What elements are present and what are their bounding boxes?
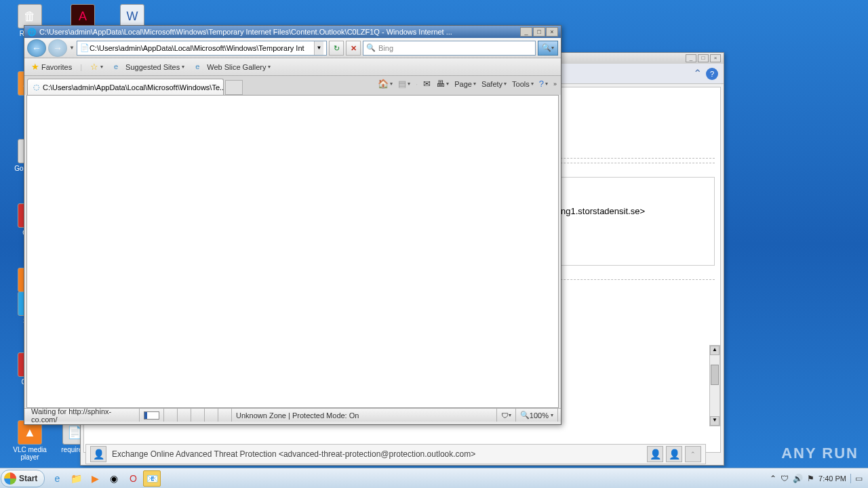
minimize-button[interactable]: _ (520, 27, 532, 37)
help-icon: ? (539, 79, 544, 89)
system-tray: ⌃ 🛡 🔊 ⚑ 7:40 PM ▭ (764, 474, 868, 483)
address-text: C:\Users\admin\AppData\Local\Microsoft\W… (90, 44, 314, 52)
status-cell (218, 409, 232, 422)
start-button[interactable]: Start (1, 470, 45, 487)
bg-maximize-button[interactable]: □ (698, 54, 709, 62)
search-input[interactable]: 🔍 Bing (363, 41, 536, 56)
avatar-small[interactable]: 👤 (666, 446, 682, 462)
tray-flag-icon[interactable]: ⚑ (807, 474, 814, 483)
tools-menu[interactable]: Tools▾ (512, 80, 534, 88)
clock[interactable]: 7:40 PM (818, 474, 846, 483)
zoom-control[interactable]: 🔍 100% ▾ (516, 409, 558, 422)
page-icon: 📄 (80, 43, 90, 52)
address-dropdown[interactable]: ▼ (314, 41, 323, 55)
desktop-icon-vlc2[interactable]: ▲VLC media player (9, 420, 50, 461)
bg-close-button[interactable]: × (710, 54, 721, 62)
avatar: 👤 (90, 446, 106, 462)
favorites-button[interactable]: ★Favorites (28, 60, 75, 73)
add-favorite-button[interactable]: ☆▾ (87, 60, 106, 73)
windows-icon (4, 472, 16, 485)
window-title: C:\Users\admin\AppData\Local\Microsoft\W… (39, 28, 520, 36)
home-icon: 🏠 (378, 79, 389, 89)
status-cell (191, 409, 205, 422)
maximize-button[interactable]: □ (533, 27, 545, 37)
status-cell (164, 409, 178, 422)
tab-943: ◌ C:\Users\admin\AppData\Local\Microsoft… (24, 76, 561, 95)
refresh-button[interactable]: ↻ (329, 41, 344, 56)
status-text: Waiting for http://sphinx-co.com/ (27, 409, 140, 422)
star-add-icon: ☆ (90, 62, 98, 72)
close-button[interactable]: × (546, 27, 558, 37)
shield-icon: 🛡 (501, 411, 509, 420)
command-bar: 🏠▾ ▤▾ · ✉ 🖶▾ Page▾ Safety▾ Tools▾ ?▾ » (378, 79, 557, 89)
footer-text: Exchange Online Advanced Threat Protecti… (112, 449, 475, 459)
status-bar: Waiting for http://sphinx-co.com/ Unknow… (24, 408, 561, 422)
zoom-icon: 🔍 (520, 411, 530, 420)
bg-minimize-button[interactable]: _ (686, 54, 696, 62)
taskbar-ie-icon[interactable]: e (48, 470, 66, 487)
status-cell (205, 409, 218, 422)
taskbar-outlook-icon[interactable]: 📧 (143, 470, 161, 487)
show-desktop-button[interactable]: ▭ (850, 474, 863, 483)
avatar-small[interactable]: 👤 (647, 446, 663, 462)
search-icon: 🔍 (366, 43, 376, 52)
search-placeholder: Bing (378, 44, 393, 52)
scrollbar[interactable]: ▲ ▼ (709, 345, 720, 426)
ie-app-icon: 🌐 (27, 28, 37, 37)
status-popup-blocker[interactable]: 🛡▾ (497, 409, 516, 422)
forward-button[interactable]: → (48, 39, 67, 57)
favorites-bar: ★Favorites | ☆▾ eSuggested Sites▾ eWeb S… (24, 58, 561, 76)
ie-window: 🌐 C:\Users\admin\AppData\Local\Microsoft… (24, 25, 561, 425)
new-tab-button[interactable] (225, 80, 243, 95)
web-slice-link[interactable]: eWeb Slice Gallery▾ (193, 61, 273, 73)
browser-tab[interactable]: ◌ C:\Users\admin\AppData\Local\Microsoft… (27, 79, 224, 95)
ie-icon: e (195, 62, 205, 72)
mail-button[interactable]: ✉ (423, 79, 431, 89)
taskbar-opera-icon[interactable]: O (124, 470, 142, 487)
safety-menu[interactable]: Safety▾ (481, 80, 507, 88)
scroll-thumb[interactable] (711, 365, 719, 385)
tray-security-icon[interactable]: 🛡 (781, 474, 789, 483)
mail-icon: ✉ (423, 79, 431, 89)
help-button[interactable]: ?▾ (539, 79, 548, 89)
print-button[interactable]: 🖶▾ (436, 79, 449, 89)
overflow-icon[interactable]: » (553, 81, 557, 87)
scroll-up-icon[interactable]: ▲ (710, 346, 719, 355)
tray-volume-icon[interactable]: 🔊 (793, 474, 803, 483)
ribbon-collapse-icon[interactable]: ⌃ (693, 67, 702, 80)
help-icon[interactable]: ? (706, 68, 718, 80)
expand-icon[interactable]: ⌃ (685, 446, 701, 462)
print-icon: 🖶 (436, 79, 445, 89)
loading-icon: ◌ (33, 83, 40, 92)
back-button[interactable]: ← (27, 39, 46, 57)
ie-icon: e (114, 62, 123, 72)
search-go-button[interactable]: 🔍▾ (538, 41, 558, 56)
taskbar-explorer-icon[interactable]: 📁 (67, 470, 85, 487)
address-bar[interactable]: 📄 C:\Users\admin\AppData\Local\Microsoft… (77, 41, 327, 56)
watermark: ANY RUN (781, 445, 859, 462)
star-icon: ★ (31, 62, 39, 72)
browser-content (26, 95, 559, 408)
tray-expand-icon[interactable]: ⌃ (770, 474, 776, 483)
taskbar: Start e 📁 ▶ ◉ O 📧 ⌃ 🛡 🔊 ⚑ 7:40 PM ▭ (0, 468, 868, 488)
scroll-down-icon[interactable]: ▼ (710, 416, 719, 426)
nav-toolbar: ← → ▼ 📄 C:\Users\admin\AppData\Local\Mic… (24, 38, 561, 58)
taskbar-chrome-icon[interactable]: ◉ (105, 470, 123, 487)
taskbar-wmp-icon[interactable]: ▶ (86, 470, 104, 487)
page-menu[interactable]: Page▾ (454, 80, 476, 88)
status-cell (178, 409, 191, 422)
feeds-button[interactable]: ▤▾ (398, 79, 410, 89)
tab-title: C:\Users\admin\AppData\Local\Microsoft\W… (43, 83, 224, 92)
home-button[interactable]: 🏠▾ (378, 79, 393, 89)
status-progress (140, 409, 164, 422)
stop-button[interactable]: ✕ (346, 41, 361, 56)
suggested-sites-link[interactable]: eSuggested Sites▾ (111, 61, 187, 73)
status-zone: Unknown Zone | Protected Mode: On (232, 409, 497, 422)
ie-titlebar[interactable]: 🌐 C:\Users\admin\AppData\Local\Microsoft… (24, 26, 561, 38)
nav-history-dropdown[interactable]: ▼ (69, 45, 75, 51)
footer-strip: 👤 Exchange Online Advanced Threat Protec… (85, 444, 706, 464)
rss-icon: ▤ (398, 79, 406, 89)
